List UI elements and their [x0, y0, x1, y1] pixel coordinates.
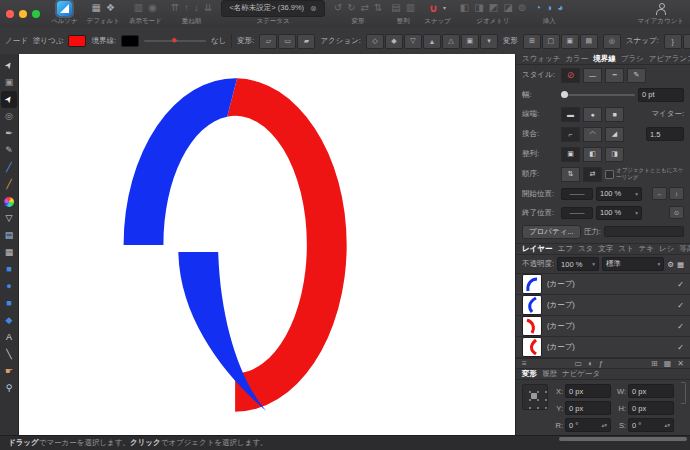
blend-mode-dropdown[interactable]: 標準▾ — [602, 257, 664, 271]
rotation-field[interactable]: 0 °▴▾ — [565, 418, 611, 432]
boolean-combine-icon[interactable]: ⊚ — [518, 3, 526, 13]
align-outside-button[interactable]: ◨ — [605, 147, 624, 162]
align-vertical-icon[interactable]: ▥ — [406, 3, 415, 13]
polygon-tool[interactable]: ◆ — [1, 312, 17, 329]
flip-horizontal-icon[interactable]: ⇄ — [361, 3, 369, 13]
tab-effects[interactable]: エフ — [558, 244, 573, 254]
blend-ranges-icon[interactable]: ▦ — [677, 260, 684, 269]
action-close-curve-button[interactable]: ◆ — [385, 34, 403, 49]
stroke-style-none-button[interactable]: ⊘ — [561, 68, 580, 83]
rotate-right-icon[interactable]: ↻ — [347, 3, 355, 13]
opacity-field[interactable]: 100 %▾ — [557, 257, 599, 271]
tab-appearance[interactable]: アピアランス — [649, 54, 690, 64]
place-image-tool[interactable]: ▤ — [1, 227, 17, 244]
delete-layer-icon[interactable]: ✕ — [677, 359, 684, 368]
rounded-rectangle-tool[interactable]: ■ — [1, 295, 17, 312]
paint-brush-tool[interactable]: ╱ — [1, 159, 17, 176]
crop-tool[interactable]: ▦ — [1, 244, 17, 261]
blue-upper-ribbon-path[interactable] — [124, 78, 238, 245]
stroke-style-brush-button[interactable]: ✎ — [627, 68, 646, 83]
tab-transform[interactable]: 変形 — [522, 369, 537, 379]
layer-visibility-check-icon[interactable]: ✓ — [677, 343, 684, 352]
convert-to-shape-button[interactable]: ▰ — [297, 34, 315, 49]
send-backward-icon[interactable]: ↓ — [194, 3, 199, 13]
tab-navigator[interactable]: ナビゲータ — [562, 369, 600, 379]
cap-round-button[interactable]: ● — [583, 107, 602, 122]
transform-mode-fill-button[interactable]: ▣ — [561, 34, 579, 49]
rectangle-tool[interactable]: ■ — [1, 261, 17, 278]
artistic-text-tool[interactable]: A — [1, 329, 17, 346]
designer-persona-icon[interactable] — [57, 1, 72, 16]
action-more-chevron-icon[interactable]: ▾ — [480, 34, 498, 49]
send-to-back-icon[interactable]: ⇊ — [204, 3, 212, 13]
join-round-button[interactable]: ◠ — [583, 127, 602, 142]
pencil-tool[interactable]: ✎ — [1, 142, 17, 159]
layer-row[interactable]: (カーブ) ✓ — [516, 295, 690, 316]
minimize-window-button[interactable] — [19, 10, 27, 18]
miter-limit-field[interactable]: 1.5 — [646, 127, 684, 141]
action-sharp-button[interactable]: ▲ — [423, 34, 441, 49]
share-icon[interactable]: ❖ — [106, 3, 115, 13]
snapping-options-chevron-icon[interactable]: ▾ — [443, 5, 446, 11]
join-bevel-button[interactable]: ◢ — [605, 127, 624, 142]
tab-layers[interactable]: レイヤー — [522, 244, 553, 254]
tab-stroke[interactable]: 境界線 — [593, 54, 616, 64]
join-miter-button[interactable]: ⌐ — [561, 127, 580, 142]
action-reverse-button[interactable]: ▣ — [461, 34, 479, 49]
pressure-profile-well[interactable] — [604, 226, 684, 237]
insert-on-top-icon[interactable]: ◕ — [557, 3, 563, 13]
cap-square-button[interactable]: ■ — [605, 107, 624, 122]
insert-behind-icon[interactable]: ◑ — [546, 3, 552, 13]
bring-to-front-icon[interactable]: ⇈ — [171, 3, 179, 13]
group-layers-icon[interactable]: ▦ — [664, 359, 672, 368]
color-picker-tool[interactable]: ╲ — [1, 346, 17, 363]
ellipse-tool[interactable]: ● — [1, 278, 17, 295]
transform-mode-box-button[interactable]: ▢ — [542, 34, 560, 49]
pixel-view-icon[interactable]: ◉ — [148, 3, 157, 13]
start-scale-field[interactable]: 100 %▾ — [596, 187, 642, 201]
add-layer-icon[interactable]: ⊞ — [651, 359, 658, 368]
convert-to-line-button[interactable]: ▭ — [278, 34, 296, 49]
vector-brush-tool[interactable]: ╱ — [1, 176, 17, 193]
end-arrowhead-dropdown[interactable]: —— — [561, 207, 593, 219]
slider-diamond-icon[interactable]: ◆ — [171, 36, 176, 44]
layer-row[interactable]: (カーブ) ✓ — [516, 274, 690, 295]
red-ribbon-path[interactable] — [227, 78, 347, 411]
outline-view-icon[interactable]: ▥ — [134, 3, 143, 13]
order-front-button[interactable]: ⇄ — [583, 167, 602, 182]
convert-to-curves-button[interactable]: ▱ — [259, 34, 277, 49]
flip-vertical-icon[interactable]: ⇅ — [374, 3, 382, 13]
panel-resize-grip[interactable] — [559, 437, 687, 441]
cap-butt-button[interactable]: ▬ — [561, 107, 580, 122]
rotate-left-icon[interactable]: ↺ — [334, 3, 342, 13]
arrowhead-options-button[interactable]: ⊙ — [669, 206, 684, 219]
layer-row[interactable]: (カーブ) ✓ — [516, 337, 690, 358]
height-field[interactable]: 0 px — [628, 401, 674, 415]
document-title-tab[interactable]: <名称未設定> (36.9%) ⊗ — [221, 0, 324, 17]
align-center-button[interactable]: ▣ — [561, 147, 580, 162]
snap-off-curve-button[interactable]: ( — [683, 34, 690, 49]
stroke-style-dash-button[interactable]: ┅ — [605, 68, 624, 83]
x-position-field[interactable]: 0 px — [565, 384, 611, 398]
point-transform-tool[interactable]: ◎ — [1, 108, 17, 125]
stroke-width-slider[interactable]: ◆ — [144, 40, 206, 42]
view-tool[interactable]: ☛ — [1, 363, 17, 380]
transparency-tool[interactable]: ▽ — [1, 210, 17, 227]
layer-options-icon[interactable]: ≡ — [522, 359, 527, 368]
boolean-subtract-icon[interactable]: ◨ — [474, 3, 483, 13]
transform-origin-button[interactable]: ◎ — [603, 34, 621, 49]
swatch-grid-icon[interactable]: ▦ — [92, 3, 101, 13]
blend-options-gear-icon[interactable]: ⚙ — [667, 260, 674, 269]
tab-more[interactable]: 等高 — [679, 244, 690, 254]
snapping-magnet-icon[interactable]: ∪ — [429, 3, 438, 14]
zoom-window-button[interactable] — [32, 10, 40, 18]
document-canvas[interactable] — [19, 54, 515, 436]
pen-tool[interactable]: ✒ — [1, 125, 17, 142]
close-document-icon[interactable]: ⊗ — [310, 4, 317, 13]
end-scale-field[interactable]: 100 %▾ — [596, 206, 642, 220]
boolean-add-icon[interactable]: ◧ — [460, 3, 469, 13]
move-tool[interactable]: ➤ — [1, 57, 17, 74]
anchor-point-selector[interactable] — [522, 384, 548, 410]
adjustment-layer-icon[interactable]: ◐ — [588, 359, 593, 368]
tab-stock[interactable]: スト — [618, 244, 633, 254]
